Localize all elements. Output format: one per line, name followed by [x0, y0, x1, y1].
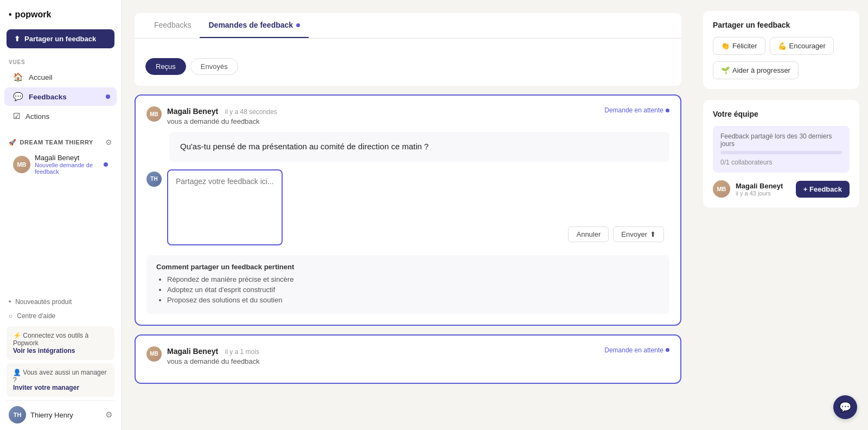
btn-encourager[interactable]: 💪 Encourager: [770, 37, 834, 55]
btn-aider[interactable]: 🌱 Aider à progresser: [713, 61, 799, 79]
send-icon: ⬆: [650, 230, 656, 238]
feedbacks-badge: [106, 94, 110, 99]
team-section: 🚀 DREAM TEAM THIERRY ⚙ MB Magali Beneyt …: [0, 132, 121, 181]
manager-icon: 👤: [13, 369, 23, 376]
sidebar-footer: • Nouveautés produit ○ Centre d'aide ⚡ C…: [0, 290, 121, 430]
team-member-name: Magali Beneyt: [736, 182, 790, 190]
add-feedback-button[interactable]: + Feedback: [796, 181, 850, 198]
manager-box: 👤 Vous avez aussi un manager ? Inviter v…: [7, 363, 114, 397]
card1-meta: Magali Beneyt il y a 48 secondes vous a …: [167, 106, 599, 125]
share-box: Partager un feedback 👏 Féliciter 💪 Encou…: [703, 11, 859, 89]
tips-list: Répondez de manière précise et sincère A…: [156, 275, 660, 304]
feedback-card-2: MB Magali Beneyt il y a 1 mois vous a de…: [135, 334, 681, 384]
card2-status: Demande en attente: [604, 346, 669, 354]
encourager-emoji: 💪: [778, 42, 787, 50]
feedback-textarea[interactable]: [167, 169, 283, 245]
card1-avatar: MB: [146, 106, 162, 122]
tip-1: Répondez de manière précise et sincère: [167, 275, 660, 283]
logo-dot: •: [9, 10, 12, 20]
tab-feedbacks[interactable]: Feedbacks: [145, 13, 200, 38]
feedback-card-1: MB Magali Beneyt il y a 48 secondes vous…: [135, 94, 681, 326]
team-member-magali[interactable]: MB Magali Beneyt Nouvelle demande de fee…: [9, 150, 112, 178]
textarea-actions: Annuler Envoyer ⬆: [568, 226, 664, 242]
home-icon: 🏠: [13, 72, 23, 82]
textarea-wrapper: Annuler Envoyer ⬆: [167, 169, 669, 248]
card1-question: Qu'as-tu pensé de ma présentation au com…: [169, 132, 669, 162]
integration-box: ⚡ Connectez vos outils à Popwork Voir le…: [7, 326, 114, 360]
btn-feliciter[interactable]: 👏 Féliciter: [713, 37, 765, 55]
nouveautes-icon: •: [9, 298, 11, 306]
card2-sub: vous a demandé du feedback: [167, 357, 599, 365]
card2-author: Magali Beneyt: [167, 347, 218, 356]
integration-link[interactable]: Voir les intégrations: [13, 347, 75, 355]
sidebar-item-accueil[interactable]: 🏠 Accueil: [4, 68, 117, 86]
aide-link[interactable]: ○ Centre d'aide: [7, 309, 114, 323]
tab-demandes-dot: [296, 23, 300, 27]
feedback-stats: Feedback partagé lors des 30 derniers jo…: [713, 126, 850, 173]
chat-icon: 💬: [839, 401, 851, 413]
send-button[interactable]: Envoyer ⬆: [613, 226, 664, 242]
avatar-thierry: TH: [9, 406, 26, 423]
share-icon: ⬆: [14, 35, 20, 43]
tip-3: Proposez des solutions et du soutien: [167, 296, 660, 304]
card2-status-dot: [666, 348, 669, 352]
share-buttons: 👏 Féliciter 💪 Encourager 🌱 Aider à progr…: [713, 37, 850, 79]
tip-2: Adoptez un état d'esprit constructif: [167, 286, 660, 294]
member-dot: [104, 162, 108, 167]
tips-title: Comment partager un feedback pertinent: [156, 263, 660, 271]
stats-bar: [720, 151, 842, 154]
share-box-title: Partager un feedback: [713, 21, 850, 29]
tab-demandes[interactable]: Demandes de feedback: [200, 13, 309, 38]
sub-tab-recus[interactable]: Reçus: [145, 58, 186, 75]
cancel-button[interactable]: Annuler: [568, 226, 609, 242]
app-logo: • popwork: [0, 0, 121, 27]
member-info-magali: Magali Beneyt Nouvelle demande de feedba…: [35, 154, 99, 175]
tips-box: Comment partager un feedback pertinent R…: [146, 255, 669, 314]
card2-meta: Magali Beneyt il y a 1 mois vous a deman…: [167, 346, 599, 365]
team-member-time: il y a 43 jours: [736, 190, 790, 197]
team-member-avatar: MB: [713, 180, 730, 198]
stats-label: Feedback partagé lors des 30 derniers jo…: [720, 132, 842, 148]
user-name: Thierry Henry: [30, 411, 101, 419]
invite-manager-link[interactable]: Inviter votre manager: [13, 384, 79, 391]
team-name: 🚀 DREAM TEAM THIERRY: [9, 139, 93, 146]
team-member-info: Magali Beneyt il y a 43 jours: [736, 182, 790, 197]
member-name-magali: Magali Beneyt: [35, 154, 99, 162]
main-panel: Feedbacks Demandes de feedback Reçus Env…: [135, 13, 681, 86]
sidebar: • popwork ⬆ Partager un feedback VUES 🏠 …: [0, 0, 122, 430]
stats-sub: 0/1 collaborateurs: [720, 159, 842, 166]
reply-avatar: TH: [146, 172, 162, 187]
aide-icon: ○: [9, 312, 12, 320]
check-icon: ☑: [13, 111, 20, 121]
sub-tab-envoyes[interactable]: Envoyés: [190, 58, 238, 75]
card1-header: MB Magali Beneyt il y a 48 secondes vous…: [146, 106, 669, 125]
team-member-row-magali: MB Magali Beneyt il y a 43 jours + Feedb…: [713, 180, 850, 198]
main-content: Feedbacks Demandes de feedback Reçus Env…: [122, 0, 694, 430]
sidebar-item-actions[interactable]: ☑ Actions: [4, 107, 117, 125]
card2-time: il y a 1 mois: [225, 348, 259, 356]
member-sub-magali: Nouvelle demande de feedback: [35, 162, 99, 175]
status-dot: [666, 109, 669, 112]
chat-icon: 💬: [13, 92, 23, 102]
team-header: 🚀 DREAM TEAM THIERRY ⚙: [9, 135, 112, 150]
team-box: Votre équipe Feedback partagé lors des 3…: [703, 100, 859, 207]
team-box-title: Votre équipe: [713, 110, 850, 118]
card2-avatar: MB: [146, 346, 162, 362]
card1-author: Magali Beneyt: [167, 107, 218, 116]
nouveautes-link[interactable]: • Nouveautés produit: [7, 295, 114, 309]
share-feedback-button[interactable]: ⬆ Partager un feedback: [7, 29, 114, 48]
card1-status: Demande en attente: [604, 106, 669, 114]
vues-section-label: VUES: [0, 55, 121, 67]
user-settings-icon[interactable]: ⚙: [105, 410, 112, 420]
team-settings-icon[interactable]: ⚙: [105, 138, 112, 147]
card1-sub: vous a demandé du feedback: [167, 117, 599, 125]
sub-tabs: Reçus Envoyés: [135, 49, 681, 75]
card1-time: il y a 48 secondes: [225, 108, 277, 116]
user-row: TH Thierry Henry ⚙: [7, 400, 114, 426]
sidebar-item-feedbacks[interactable]: 💬 Feedbacks: [4, 87, 117, 106]
tabs-bar: Feedbacks Demandes de feedback: [135, 13, 681, 39]
app-name: popwork: [15, 10, 52, 20]
chat-bubble[interactable]: 💬: [833, 395, 857, 419]
right-panel: Partager un feedback 👏 Féliciter 💪 Encou…: [694, 0, 868, 430]
integration-icon: ⚡: [13, 332, 23, 339]
